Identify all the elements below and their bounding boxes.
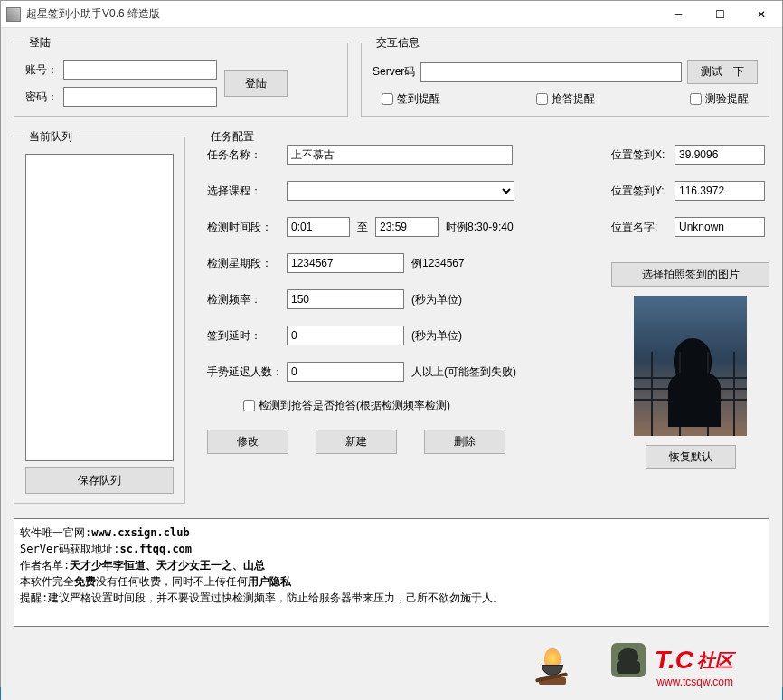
course-label: 选择课程： bbox=[207, 184, 279, 199]
account-input[interactable] bbox=[63, 60, 217, 80]
password-input[interactable] bbox=[63, 87, 217, 107]
save-queue-button[interactable]: 保存队列 bbox=[25, 467, 174, 494]
gesture-unit: 人以上(可能签到失败) bbox=[411, 364, 516, 380]
log-box[interactable]: 软件唯一官网:www.cxsign.club SerVer码获取地址:sc.ft… bbox=[14, 518, 769, 627]
checkbox-test[interactable]: 测验提醒 bbox=[690, 91, 749, 107]
timerange-label: 检测时间段： bbox=[207, 220, 279, 235]
queue-list[interactable] bbox=[25, 154, 174, 461]
server-input[interactable] bbox=[420, 62, 682, 82]
delay-label: 签到延时： bbox=[207, 328, 279, 344]
delete-button[interactable]: 删除 bbox=[424, 430, 505, 454]
weekday-input[interactable] bbox=[287, 253, 404, 273]
footer: T.C 社区 www.tcsqw.com bbox=[14, 630, 769, 694]
time-to-label: 至 bbox=[357, 220, 368, 235]
delay-unit: (秒为单位) bbox=[411, 328, 462, 344]
locname-label: 位置名字: bbox=[611, 220, 667, 235]
time-from-input[interactable] bbox=[287, 217, 350, 237]
course-select[interactable] bbox=[287, 181, 514, 201]
new-button[interactable]: 新建 bbox=[316, 430, 397, 454]
login-group: 登陆 账号： 密码： 登陆 bbox=[14, 35, 348, 117]
login-legend: 登陆 bbox=[25, 35, 54, 51]
password-label: 密码： bbox=[25, 90, 58, 105]
checkbox-autograb[interactable]: 检测到抢答是否抢答(根据检测频率检测) bbox=[243, 398, 450, 413]
locx-label: 位置签到X: bbox=[611, 147, 667, 163]
restore-default-button[interactable]: 恢复默认 bbox=[646, 445, 736, 469]
queue-group: 当前队列 保存队列 bbox=[14, 129, 185, 504]
app-icon bbox=[6, 7, 21, 22]
time-to-input[interactable] bbox=[375, 217, 439, 237]
tc-logo: T.C 社区 www.tcsqw.com bbox=[611, 643, 733, 688]
maximize-button[interactable]: ☐ bbox=[699, 1, 741, 28]
locx-input[interactable] bbox=[675, 145, 765, 165]
locy-label: 位置签到Y: bbox=[611, 184, 667, 199]
window-title: 超星签到小助手V0.6 缔造版 bbox=[26, 6, 657, 22]
gesture-input[interactable] bbox=[287, 362, 404, 382]
checkbox-sign[interactable]: 签到提醒 bbox=[382, 91, 440, 107]
info-group: 交互信息 Server码 测试一下 签到提醒 抢答提醒 测验提醒 bbox=[361, 35, 769, 117]
weekday-example: 例1234567 bbox=[411, 256, 465, 271]
checkbox-grab[interactable]: 抢答提醒 bbox=[536, 91, 595, 107]
pick-image-button[interactable]: 选择拍照签到的图片 bbox=[611, 262, 769, 287]
locname-input[interactable] bbox=[675, 217, 765, 237]
locy-input[interactable] bbox=[675, 181, 765, 201]
weekday-label: 检测星期段： bbox=[207, 256, 279, 271]
minimize-button[interactable]: ─ bbox=[657, 1, 699, 28]
delay-input[interactable] bbox=[287, 326, 404, 345]
titlebar: 超星签到小助手V0.6 缔造版 ─ ☐ ✕ bbox=[1, 1, 782, 28]
task-group: 任务配置 任务名称： 选择课程： 检测时间段： bbox=[198, 129, 769, 504]
freq-unit: (秒为单位) bbox=[411, 292, 462, 307]
freq-input[interactable] bbox=[287, 289, 404, 309]
server-label: Server码 bbox=[373, 64, 415, 80]
image-preview bbox=[634, 296, 747, 436]
test-button[interactable]: 测试一下 bbox=[687, 60, 758, 84]
task-legend: 任务配置 bbox=[207, 129, 258, 145]
campfire-icon bbox=[534, 648, 571, 685]
info-legend: 交互信息 bbox=[373, 35, 423, 51]
freq-label: 检测频率： bbox=[207, 292, 279, 307]
gesture-label: 手势延迟人数： bbox=[207, 364, 279, 380]
taskname-input[interactable] bbox=[287, 145, 513, 165]
close-button[interactable]: ✕ bbox=[741, 1, 782, 28]
taskname-label: 任务名称： bbox=[207, 147, 279, 163]
time-example: 时例8:30-9:40 bbox=[446, 220, 514, 235]
modify-button[interactable]: 修改 bbox=[207, 430, 288, 454]
login-button[interactable]: 登陆 bbox=[224, 70, 288, 97]
queue-legend: 当前队列 bbox=[25, 129, 76, 145]
account-label: 账号： bbox=[25, 62, 58, 78]
pubg-icon bbox=[611, 643, 646, 677]
